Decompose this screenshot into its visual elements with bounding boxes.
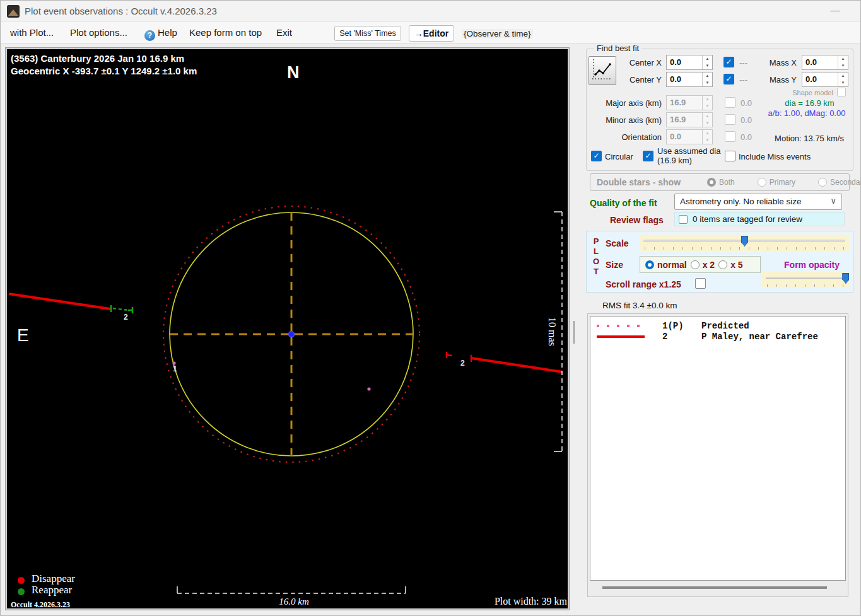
legend-row-observer[interactable]: 2 P Maley, near Carefree: [590, 331, 845, 342]
reappear-uncertainty: [113, 308, 128, 310]
minor-axis-err: 0.0: [741, 115, 752, 125]
observer-time-label: {Observer & time}: [462, 29, 533, 38]
set-miss-times-button[interactable]: Set 'Miss' Times: [334, 26, 401, 41]
scroll-range-label: Scroll range x1.25: [606, 279, 681, 289]
size-option-normal[interactable]: normal: [645, 260, 687, 270]
include-miss-checkbox[interactable]: [725, 151, 735, 161]
circular-label: Circular: [605, 152, 633, 161]
quality-fit-value: Astrometry only. No reliable size: [680, 197, 802, 206]
menu-with-plot[interactable]: with Plot...: [10, 27, 54, 38]
center-y-spinner[interactable]: 0.0 ▲▼: [666, 72, 713, 87]
radio-secondary-icon: [818, 178, 827, 187]
orientation-label: Orientation: [594, 132, 662, 142]
plot-controls-panel: P L O T Scale Size normal x 2 x 5 Form o…: [586, 231, 853, 293]
chord-2-west-number: 2: [124, 313, 128, 322]
scroll-range-checkbox[interactable]: [695, 278, 706, 289]
title-bar[interactable]: Plot event observations : Occult v.4.202…: [1, 1, 860, 21]
orientation-err: 0.0: [741, 132, 752, 142]
version-label: Occult 4.2026.3.23: [11, 600, 70, 610]
double-stars-option-primary[interactable]: Primary: [758, 178, 795, 187]
fit-chart-button[interactable]: [589, 56, 616, 85]
double-stars-option-secondary[interactable]: Secondary: [818, 178, 861, 187]
chevron-down-icon: ∨: [830, 196, 836, 206]
menu-plot-options[interactable]: Plot options...: [70, 27, 127, 38]
scale-label: Scale: [606, 238, 629, 248]
plot-title-line2: Geocentric X -393.7 ±0.1 Y 1249.2 ±1.0 k…: [11, 66, 197, 76]
shape-model-checkbox[interactable]: [837, 88, 846, 96]
review-flags-box: 0 items are tagged for review: [674, 212, 845, 226]
rms-fit-label: RMS fit 3.4 ±0.0 km: [602, 301, 677, 310]
center-y-label: Center Y: [618, 75, 662, 84]
minor-axis-checkbox[interactable]: [725, 114, 735, 125]
center-dot: [289, 332, 295, 337]
radio-normal-icon: [645, 260, 654, 269]
use-assumed-checkbox[interactable]: ✓: [643, 151, 653, 161]
shape-model-label: Shape model: [770, 89, 833, 96]
review-flags-label: Review flags: [610, 215, 664, 225]
form-opacity-slider[interactable]: [762, 272, 850, 288]
center-y-checkbox[interactable]: ✓: [723, 74, 734, 84]
radio-x5-icon: [718, 260, 727, 269]
disappear-arrow: [447, 355, 452, 356]
center-x-flag: ---: [739, 58, 747, 67]
legend-listbox[interactable]: 1(P) Predicted 2 P Maley, near Carefree: [590, 316, 846, 581]
dia-text: dia = 16.9 km: [770, 98, 849, 108]
use-assumed-label: Use assumed dia (16.9 km): [657, 146, 725, 165]
radio-primary-icon: [758, 178, 766, 187]
chord-1-number: 1: [173, 364, 177, 373]
scale-slider[interactable]: [640, 235, 849, 251]
minor-axis-label: Minor axis (km): [594, 115, 662, 125]
north-label: N: [287, 63, 300, 83]
reappear-dot-icon: [18, 588, 25, 595]
disappear-dot-icon: [18, 577, 25, 584]
find-best-fit-label: Find best fit: [594, 44, 641, 53]
chord-2-west: [9, 294, 110, 309]
mass-x-label: Mass X: [765, 58, 797, 67]
size-option-x5[interactable]: x 5: [718, 260, 742, 270]
mass-x-spinner[interactable]: 0.0 ▲▼: [802, 55, 848, 70]
legend-hscrollbar[interactable]: [590, 583, 846, 594]
center-x-checkbox[interactable]: ✓: [723, 57, 734, 67]
mas-scale-label: 10 mas: [546, 317, 558, 346]
scale-slider-thumb[interactable]: [741, 236, 748, 247]
splitter-handle[interactable]: [573, 321, 575, 344]
major-axis-spinner: 16.9 ▲▼: [666, 95, 713, 110]
plot-title-line1: (3563) Canterbury 2026 Jan 10 16.9 km: [11, 53, 184, 64]
ab-dmag-text: a/b: 1.00, dMag: 0.00: [763, 108, 851, 118]
major-axis-label: Major axis (km): [594, 98, 662, 108]
plot-vertical-label: P L O T: [592, 236, 600, 277]
center-x-label: Center X: [618, 58, 662, 67]
legend-row-predicted[interactable]: 1(P) Predicted: [590, 320, 845, 331]
review-flags-checkbox[interactable]: [679, 215, 688, 224]
legend-panel: 1(P) Predicted 2 P Maley, near Carefree: [587, 313, 848, 597]
mass-y-spinner[interactable]: 0.0 ▲▼: [802, 72, 848, 87]
menu-help[interactable]: ?Help: [144, 27, 177, 41]
menu-exit[interactable]: Exit: [276, 27, 292, 38]
center-y-flag: ---: [739, 75, 747, 84]
size-radio-group: normal x 2 x 5: [640, 256, 761, 273]
plot-drawing: [7, 49, 568, 608]
quality-fit-combo[interactable]: Astrometry only. No reliable size ∨: [674, 194, 842, 210]
orientation-checkbox[interactable]: [725, 131, 735, 142]
circular-checkbox[interactable]: ✓: [591, 151, 602, 161]
quality-fit-label: Quality of the fit: [590, 198, 657, 208]
double-stars-group: Double stars - show Both Primary Seconda…: [590, 173, 850, 191]
review-flags-text: 0 items are tagged for review: [693, 214, 802, 224]
editor-button[interactable]: →Editor: [409, 25, 454, 42]
plot-width-label: Plot width: 39 km: [423, 596, 567, 607]
legend-hscrollbar-thumb[interactable]: [602, 586, 827, 589]
help-icon: ?: [144, 30, 155, 41]
spin-down-icon[interactable]: ▼: [703, 62, 712, 69]
spin-up-icon[interactable]: ▲: [703, 55, 712, 62]
app-icon: [7, 5, 20, 18]
major-axis-checkbox[interactable]: [725, 97, 735, 108]
menu-keep-on-top[interactable]: Keep form on top: [189, 27, 262, 38]
minimize-button[interactable]: —: [826, 4, 845, 18]
reappear-label: Reappear: [32, 584, 72, 596]
size-option-x2[interactable]: x 2: [691, 260, 715, 270]
plot-canvas[interactable]: (3563) Canterbury 2026 Jan 10 16.9 km Ge…: [6, 48, 569, 610]
center-x-spinner[interactable]: 0.0 ▲▼: [666, 55, 713, 70]
mass-y-label: Mass Y: [765, 75, 797, 84]
double-stars-option-both[interactable]: Both: [707, 178, 735, 187]
form-opacity-thumb[interactable]: [842, 273, 849, 284]
